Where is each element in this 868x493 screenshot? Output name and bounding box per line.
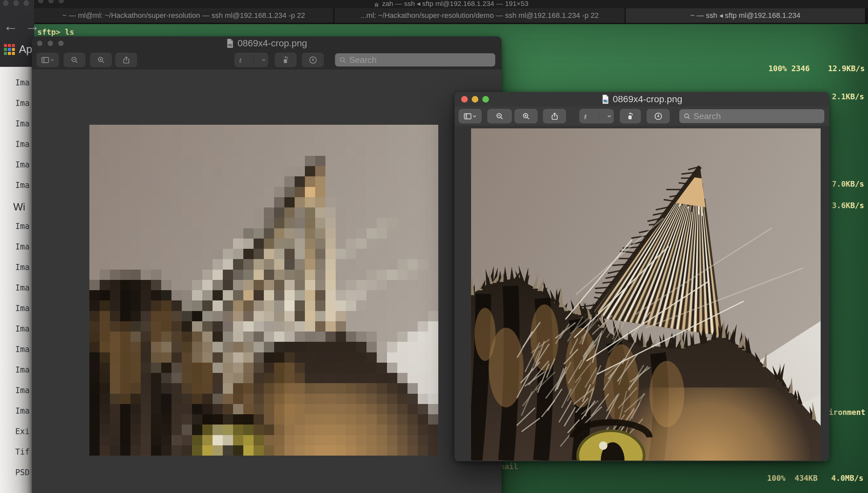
search-field[interactable] bbox=[679, 109, 824, 123]
rotate-left-icon bbox=[281, 56, 290, 65]
bookmark-apps[interactable]: Ap bbox=[4, 43, 32, 56]
terminal-window-title: zah — ssh ◂ sftp ml@192.168.1.234 — 191×… bbox=[382, 0, 528, 7]
preview-window-back: 0869x4-crop.png bbox=[32, 36, 502, 493]
rotate-left-icon bbox=[626, 112, 635, 121]
terminal-title-wrap: zah — ssh ◂ sftp ml@192.168.1.234 — 191×… bbox=[34, 0, 868, 8]
preview-front-title-row: 0869x4-crop.png bbox=[454, 92, 829, 107]
search-input[interactable] bbox=[349, 55, 491, 65]
rotate-left-button[interactable] bbox=[275, 52, 297, 67]
share-icon bbox=[122, 56, 131, 65]
zoom-out-button[interactable] bbox=[487, 109, 512, 123]
browser-page: ImaImaImaImaImaImaWiImaImaImaImaImaImaIm… bbox=[0, 67, 34, 493]
page-link[interactable]: Ima bbox=[15, 99, 29, 108]
browser-traffic-lights bbox=[3, 0, 29, 6]
page-link[interactable]: Ima bbox=[15, 242, 29, 252]
browser-zoom-button[interactable] bbox=[23, 0, 29, 6]
page-link[interactable]: Ima bbox=[15, 406, 29, 415]
markup-pen-icon bbox=[581, 112, 590, 121]
markup-button[interactable] bbox=[234, 52, 268, 67]
browser-window: ← → Ap ImaImaImaImaImaImaWiImaImaImaImaI… bbox=[0, 0, 34, 493]
page-link[interactable]: Ima bbox=[15, 365, 29, 374]
markup-button[interactable] bbox=[579, 109, 614, 123]
sftp-speed-fragment: 2.1KB/s bbox=[832, 92, 864, 101]
search-field[interactable] bbox=[335, 53, 495, 66]
browser-minimize-button[interactable] bbox=[13, 0, 19, 6]
sidebar-panel-icon bbox=[41, 56, 50, 65]
sftp-speed-fragment: 7.0KB/s bbox=[832, 180, 864, 189]
page-link[interactable]: Ima bbox=[15, 119, 29, 128]
share-button[interactable] bbox=[543, 109, 566, 123]
terminal-tab[interactable]: ...ml: ~/Hackathon/super-resolution/demo… bbox=[334, 8, 626, 23]
markup-pen-icon bbox=[236, 56, 245, 65]
apps-grid-icon bbox=[4, 44, 15, 55]
sftp-transfer-stat: 100% 2346 12.9KB/s bbox=[768, 64, 865, 73]
terminal-tab[interactable]: ~ — ssh ◂ sftp ml@192.168.1.234 bbox=[626, 8, 866, 23]
bookmark-label: Ap bbox=[19, 43, 32, 56]
chevron-down-icon[interactable] bbox=[261, 58, 266, 63]
sftp-transfer-stat: 100% 434KB 4.0MB/s bbox=[767, 474, 863, 483]
page-link[interactable]: Ima bbox=[15, 263, 29, 272]
page-link[interactable]: Ima bbox=[15, 78, 29, 87]
highres-cat-image bbox=[471, 128, 821, 460]
preview-front-titlebar: 0869x4-crop.png bbox=[454, 92, 829, 107]
chevron-down-icon bbox=[50, 58, 55, 63]
page-link[interactable]: Ima bbox=[15, 386, 29, 395]
sidebar-panel-icon bbox=[463, 112, 472, 121]
png-file-icon bbox=[601, 94, 610, 104]
preview-back-canvas-area bbox=[32, 69, 502, 493]
page-link[interactable]: Ima bbox=[15, 222, 29, 231]
annotate-button[interactable] bbox=[647, 109, 670, 123]
filename-fragment: ironment bbox=[829, 408, 865, 417]
page-link[interactable]: Ima bbox=[15, 283, 29, 293]
pen-nib-circle-icon bbox=[309, 56, 317, 65]
sftp-speed-fragment: 3.6KB/s bbox=[832, 201, 864, 210]
zoom-in-button[interactable] bbox=[90, 52, 112, 67]
terminal-tab[interactable]: ~ — ml@ml: ~/Hackathon/super-resolution … bbox=[34, 8, 334, 23]
rotate-left-button[interactable] bbox=[620, 109, 641, 123]
page-link[interactable]: Ima bbox=[15, 324, 29, 334]
page-link[interactable]: Ima bbox=[15, 181, 29, 190]
pen-nib-circle-icon bbox=[654, 112, 663, 121]
terminal-tab-bar: ~ — ml@ml: ~/Hackathon/super-resolution … bbox=[34, 8, 868, 23]
page-link[interactable]: Ima bbox=[15, 140, 29, 149]
zoom-out-icon bbox=[495, 112, 504, 121]
terminal-titlebar: zah — ssh ◂ sftp ml@192.168.1.234 — 191×… bbox=[34, 0, 868, 8]
page-link[interactable]: PSD bbox=[15, 468, 29, 477]
zoom-in-button[interactable] bbox=[514, 109, 537, 123]
zoom-out-icon bbox=[70, 56, 79, 65]
zoom-in-icon bbox=[97, 56, 106, 65]
page-link[interactable]: Ima bbox=[15, 345, 29, 354]
page-link[interactable]: Ima bbox=[15, 160, 29, 169]
png-file-icon bbox=[226, 38, 234, 48]
preview-back-title-row: 0869x4-crop.png bbox=[32, 36, 502, 50]
zoom-out-button[interactable] bbox=[64, 52, 85, 67]
search-input[interactable] bbox=[694, 111, 820, 122]
chevron-down-icon[interactable] bbox=[607, 114, 612, 119]
page-heading[interactable]: Wi bbox=[13, 201, 25, 213]
search-icon bbox=[683, 112, 691, 120]
browser-close-button[interactable] bbox=[3, 0, 8, 6]
home-proxy-icon bbox=[374, 2, 379, 7]
page-link[interactable]: Tif bbox=[15, 447, 29, 457]
chevron-down-icon bbox=[472, 114, 477, 119]
search-icon bbox=[339, 56, 346, 64]
sidebar-toggle-button[interactable] bbox=[37, 52, 59, 67]
page-link[interactable]: Exi bbox=[15, 427, 29, 436]
preview-back-titlebar: 0869x4-crop.png bbox=[32, 36, 502, 50]
preview-back-toolbar bbox=[32, 50, 502, 69]
desktop: zah — ssh ◂ sftp ml@192.168.1.234 — 191×… bbox=[0, 0, 868, 493]
share-button[interactable] bbox=[115, 52, 137, 67]
browser-nav: ← → bbox=[0, 19, 34, 33]
annotate-button[interactable] bbox=[302, 52, 324, 67]
window-title: 0869x4-crop.png bbox=[237, 38, 307, 49]
zoom-in-icon bbox=[522, 112, 531, 121]
lowres-cat-image bbox=[89, 125, 438, 456]
preview-front-canvas-area bbox=[454, 126, 829, 461]
button-divider bbox=[253, 55, 254, 65]
sidebar-toggle-button[interactable] bbox=[459, 109, 482, 123]
page-link[interactable]: Ima bbox=[15, 304, 29, 313]
preview-window-front: 0869x4-crop.png bbox=[454, 92, 829, 461]
share-icon bbox=[550, 112, 559, 121]
forward-arrow-icon[interactable]: → bbox=[25, 19, 40, 33]
back-arrow-icon[interactable]: ← bbox=[3, 19, 18, 33]
